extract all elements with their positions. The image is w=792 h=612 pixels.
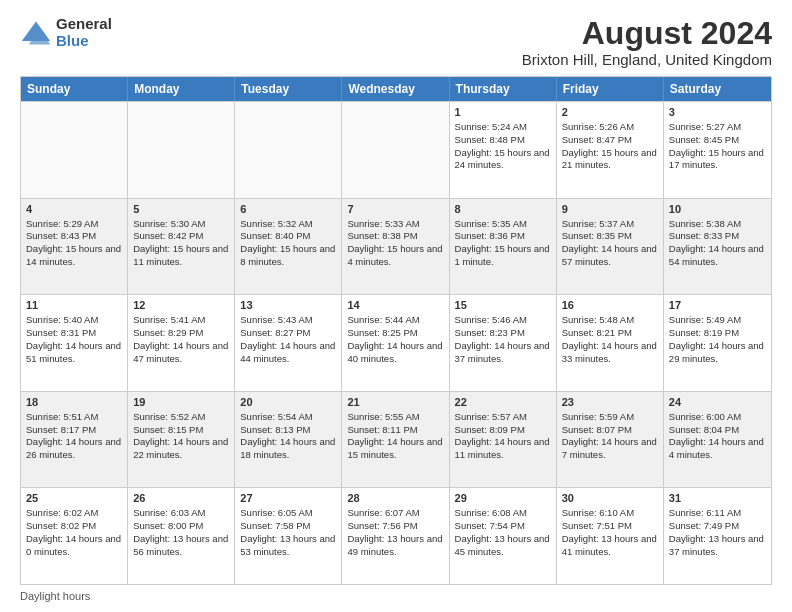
calendar-cell: 4Sunrise: 5:29 AMSunset: 8:43 PMDaylight… (21, 199, 128, 295)
day-info: Daylight: 15 hours and 17 minutes. (669, 147, 766, 173)
day-info: Daylight: 14 hours and 54 minutes. (669, 243, 766, 269)
day-number: 17 (669, 298, 766, 313)
header: General Blue August 2024 Brixton Hill, E… (20, 16, 772, 68)
day-info: Sunrise: 6:05 AM (240, 507, 336, 520)
day-info: Sunrise: 6:03 AM (133, 507, 229, 520)
day-number: 19 (133, 395, 229, 410)
calendar-header-day: Saturday (664, 77, 771, 101)
subtitle: Brixton Hill, England, United Kingdom (522, 51, 772, 68)
day-info: Sunrise: 5:41 AM (133, 314, 229, 327)
day-info: Daylight: 14 hours and 37 minutes. (455, 340, 551, 366)
day-info: Sunset: 8:00 PM (133, 520, 229, 533)
day-info: Sunrise: 5:26 AM (562, 121, 658, 134)
calendar-cell: 2Sunrise: 5:26 AMSunset: 8:47 PMDaylight… (557, 102, 664, 198)
calendar-cell: 20Sunrise: 5:54 AMSunset: 8:13 PMDayligh… (235, 392, 342, 488)
calendar-cell: 26Sunrise: 6:03 AMSunset: 8:00 PMDayligh… (128, 488, 235, 584)
day-info: Sunset: 7:58 PM (240, 520, 336, 533)
calendar-body: 1Sunrise: 5:24 AMSunset: 8:48 PMDaylight… (21, 101, 771, 584)
day-number: 31 (669, 491, 766, 506)
day-info: Daylight: 14 hours and 29 minutes. (669, 340, 766, 366)
calendar-cell: 6Sunrise: 5:32 AMSunset: 8:40 PMDaylight… (235, 199, 342, 295)
day-info: Daylight: 14 hours and 0 minutes. (26, 533, 122, 559)
calendar-header-day: Wednesday (342, 77, 449, 101)
day-info: Sunset: 8:35 PM (562, 230, 658, 243)
day-info: Daylight: 14 hours and 18 minutes. (240, 436, 336, 462)
day-info: Sunrise: 5:35 AM (455, 218, 551, 231)
day-info: Daylight: 14 hours and 57 minutes. (562, 243, 658, 269)
calendar-cell: 1Sunrise: 5:24 AMSunset: 8:48 PMDaylight… (450, 102, 557, 198)
calendar-cell: 13Sunrise: 5:43 AMSunset: 8:27 PMDayligh… (235, 295, 342, 391)
day-info: Sunrise: 5:30 AM (133, 218, 229, 231)
calendar-week: 4Sunrise: 5:29 AMSunset: 8:43 PMDaylight… (21, 198, 771, 295)
day-info: Sunrise: 5:46 AM (455, 314, 551, 327)
day-info: Sunset: 8:09 PM (455, 424, 551, 437)
day-info: Daylight: 15 hours and 24 minutes. (455, 147, 551, 173)
day-info: Sunrise: 5:24 AM (455, 121, 551, 134)
calendar-cell: 16Sunrise: 5:48 AMSunset: 8:21 PMDayligh… (557, 295, 664, 391)
day-number: 27 (240, 491, 336, 506)
footer-note: Daylight hours (20, 590, 772, 602)
calendar-cell: 9Sunrise: 5:37 AMSunset: 8:35 PMDaylight… (557, 199, 664, 295)
day-number: 13 (240, 298, 336, 313)
day-info: Sunset: 8:36 PM (455, 230, 551, 243)
day-info: Sunrise: 5:51 AM (26, 411, 122, 424)
day-number: 22 (455, 395, 551, 410)
main-title: August 2024 (522, 16, 772, 51)
day-info: Sunrise: 5:38 AM (669, 218, 766, 231)
day-info: Daylight: 13 hours and 49 minutes. (347, 533, 443, 559)
calendar-cell: 15Sunrise: 5:46 AMSunset: 8:23 PMDayligh… (450, 295, 557, 391)
calendar-week: 25Sunrise: 6:02 AMSunset: 8:02 PMDayligh… (21, 487, 771, 584)
day-info: Sunset: 8:23 PM (455, 327, 551, 340)
day-info: Daylight: 14 hours and 11 minutes. (455, 436, 551, 462)
day-number: 3 (669, 105, 766, 120)
logo: General Blue (20, 16, 112, 49)
day-info: Sunset: 8:19 PM (669, 327, 766, 340)
calendar-cell: 22Sunrise: 5:57 AMSunset: 8:09 PMDayligh… (450, 392, 557, 488)
day-number: 23 (562, 395, 658, 410)
day-info: Sunrise: 6:07 AM (347, 507, 443, 520)
calendar-header-day: Thursday (450, 77, 557, 101)
calendar-cell: 25Sunrise: 6:02 AMSunset: 8:02 PMDayligh… (21, 488, 128, 584)
calendar-cell: 18Sunrise: 5:51 AMSunset: 8:17 PMDayligh… (21, 392, 128, 488)
day-info: Sunset: 8:40 PM (240, 230, 336, 243)
calendar-cell: 31Sunrise: 6:11 AMSunset: 7:49 PMDayligh… (664, 488, 771, 584)
day-info: Daylight: 15 hours and 14 minutes. (26, 243, 122, 269)
day-number: 28 (347, 491, 443, 506)
day-number: 2 (562, 105, 658, 120)
day-number: 12 (133, 298, 229, 313)
day-info: Sunset: 8:11 PM (347, 424, 443, 437)
day-info: Sunrise: 5:52 AM (133, 411, 229, 424)
day-info: Sunrise: 6:11 AM (669, 507, 766, 520)
calendar-cell (342, 102, 449, 198)
day-number: 29 (455, 491, 551, 506)
calendar-week: 1Sunrise: 5:24 AMSunset: 8:48 PMDaylight… (21, 101, 771, 198)
calendar-cell: 28Sunrise: 6:07 AMSunset: 7:56 PMDayligh… (342, 488, 449, 584)
day-info: Daylight: 13 hours and 45 minutes. (455, 533, 551, 559)
day-info: Sunrise: 5:48 AM (562, 314, 658, 327)
day-info: Sunrise: 5:49 AM (669, 314, 766, 327)
day-info: Daylight: 14 hours and 44 minutes. (240, 340, 336, 366)
logo-blue-label: Blue (56, 33, 112, 50)
day-info: Sunset: 8:04 PM (669, 424, 766, 437)
day-number: 4 (26, 202, 122, 217)
day-info: Daylight: 14 hours and 47 minutes. (133, 340, 229, 366)
logo-general-label: General (56, 16, 112, 33)
day-info: Sunrise: 5:54 AM (240, 411, 336, 424)
day-info: Sunset: 8:38 PM (347, 230, 443, 243)
day-info: Sunrise: 5:57 AM (455, 411, 551, 424)
day-info: Sunset: 8:13 PM (240, 424, 336, 437)
calendar-header-row: SundayMondayTuesdayWednesdayThursdayFrid… (21, 77, 771, 101)
day-info: Daylight: 15 hours and 11 minutes. (133, 243, 229, 269)
day-number: 21 (347, 395, 443, 410)
calendar-cell: 10Sunrise: 5:38 AMSunset: 8:33 PMDayligh… (664, 199, 771, 295)
day-info: Daylight: 14 hours and 22 minutes. (133, 436, 229, 462)
calendar-header-day: Tuesday (235, 77, 342, 101)
day-info: Daylight: 13 hours and 37 minutes. (669, 533, 766, 559)
day-info: Daylight: 14 hours and 4 minutes. (669, 436, 766, 462)
calendar: SundayMondayTuesdayWednesdayThursdayFrid… (20, 76, 772, 585)
calendar-header-day: Friday (557, 77, 664, 101)
day-number: 7 (347, 202, 443, 217)
day-info: Sunset: 8:43 PM (26, 230, 122, 243)
day-number: 6 (240, 202, 336, 217)
calendar-cell: 29Sunrise: 6:08 AMSunset: 7:54 PMDayligh… (450, 488, 557, 584)
